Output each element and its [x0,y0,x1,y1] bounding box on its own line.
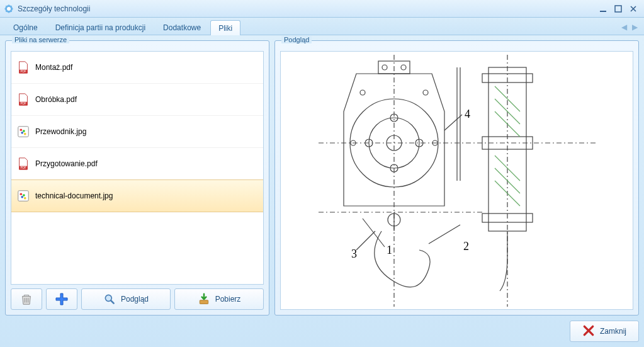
preview-label-3: 3 [351,247,357,260]
file-item[interactable]: PDF Obróbka.pdf [11,84,263,116]
tab-scroll-left[interactable]: ◀ [621,23,627,31]
svg-text:PDF: PDF [20,166,26,169]
svg-point-12 [24,133,26,135]
add-file-button[interactable] [46,288,77,310]
svg-point-35 [423,90,428,95]
client-area: Pliki na serwerze PDF Montaż.pdf PDF Obr… [0,35,644,347]
tab-extra[interactable]: Dodatkowe [155,20,209,35]
tab-batches[interactable]: Definicja partii na produkcji [47,20,154,35]
maximize-button[interactable] [611,3,625,14]
svg-text:PDF: PDF [20,70,26,73]
file-list[interactable]: PDF Montaż.pdf PDF Obróbka.pdf Przewodni… [11,51,264,285]
file-item[interactable]: PDF Przygotowanie.pdf [11,148,263,180]
svg-rect-2 [600,11,606,12]
svg-point-16 [20,193,23,195]
window-title: Szczegóły technologii [18,4,595,13]
svg-rect-3 [615,6,621,12]
svg-point-19 [24,197,26,200]
tab-files[interactable]: Pliki [210,20,240,35]
tab-scroll-arrows: ◀ ▶ [621,23,638,31]
close-dialog-button[interactable]: Zamknij [570,321,639,342]
tab-general[interactable]: Ogólne [5,20,46,35]
titlebar: Szczegóły technologii [0,0,644,18]
preview-image: 1 2 3 4 [280,51,633,310]
close-dialog-label: Zamknij [600,327,626,336]
preview-label-1: 1 [387,244,392,256]
preview-panel: Podgląd [274,40,639,316]
svg-rect-21 [200,300,208,304]
minimize-button[interactable] [596,3,610,14]
image-icon [16,125,30,139]
svg-point-18 [21,196,23,198]
delete-file-button[interactable] [11,288,42,310]
plus-icon [54,292,69,307]
preview-button[interactable]: Podgląd [81,288,171,310]
svg-point-24 [382,65,387,70]
tabstrip: Ogólne Definicja partii na produkcji Dod… [0,18,644,35]
svg-point-25 [401,65,406,70]
svg-point-36 [360,90,365,95]
files-panel-legend: Pliki na serwerze [12,36,69,43]
file-item[interactable]: PDF Montaż.pdf [11,52,263,84]
file-item-label: technical-document.jpg [35,191,113,200]
svg-point-17 [23,194,25,196]
download-button[interactable]: Pobierz [174,288,264,310]
svg-point-11 [21,132,23,134]
image-icon [16,189,30,203]
files-panel: Pliki na serwerze PDF Montaż.pdf PDF Obr… [5,40,269,316]
preview-label-2: 2 [463,240,469,253]
file-item-label: Przewodnik.jpg [35,127,86,136]
svg-text:PDF: PDF [20,102,26,105]
file-toolbar: Podgląd Pobierz [11,288,264,310]
app-icon [4,4,14,14]
trash-icon [20,292,33,306]
pdf-icon: PDF [16,93,30,106]
close-window-button[interactable] [626,3,640,14]
download-button-label: Pobierz [215,295,241,304]
preview-label-4: 4 [465,108,470,120]
svg-point-1 [7,7,11,11]
svg-point-9 [20,128,23,131]
file-item-label: Przygotowanie.pdf [35,159,98,168]
file-item-label: Obróbka.pdf [35,95,77,104]
download-icon [198,293,210,305]
pdf-icon: PDF [16,157,30,171]
close-x-icon [582,324,595,339]
preview-button-label: Podgląd [121,295,149,304]
svg-point-10 [23,130,25,132]
pdf-icon: PDF [16,60,30,74]
file-item-label: Montaż.pdf [35,63,72,72]
magnifier-icon [103,293,116,305]
dialog-footer: Zamknij [5,316,639,342]
file-item[interactable]: Przewodnik.jpg [11,116,263,148]
preview-panel-legend: Podgląd [281,36,312,43]
file-item[interactable]: technical-document.jpg [11,179,264,212]
tab-scroll-right[interactable]: ▶ [632,23,638,31]
